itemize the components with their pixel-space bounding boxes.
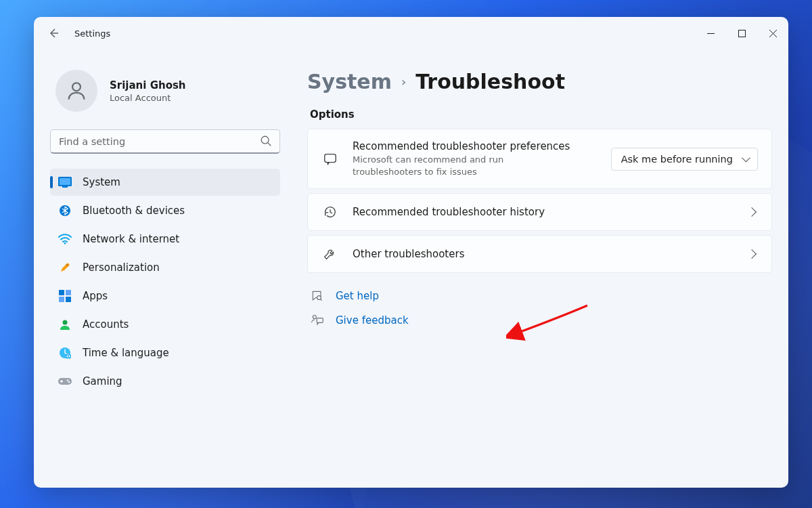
nav-label: System (83, 176, 120, 188)
svg-rect-21 (317, 318, 323, 323)
preference-dropdown[interactable]: Ask me before running (611, 148, 758, 171)
chat-icon (321, 152, 339, 167)
chevron-right-icon (747, 249, 757, 259)
nav-list: System Bluetooth & devices Network & int… (50, 169, 280, 395)
apps-icon (58, 289, 72, 303)
bluetooth-icon (58, 204, 72, 217)
maximize-icon (738, 30, 746, 37)
svg-rect-0 (738, 30, 745, 37)
minimize-button[interactable] (695, 19, 726, 47)
chevron-right-icon (747, 207, 757, 217)
nav-item-bluetooth[interactable]: Bluetooth & devices (50, 197, 280, 224)
card-other-troubleshooters[interactable]: Other troubleshooters (307, 235, 772, 273)
nav-label: Network & internet (83, 233, 179, 245)
nav-label: Bluetooth & devices (83, 205, 185, 217)
give-feedback-link[interactable]: Give feedback (310, 314, 772, 327)
wrench-icon (321, 247, 339, 261)
nav-item-personalization[interactable]: Personalization (50, 254, 280, 281)
nav-item-accounts[interactable]: Accounts (50, 311, 280, 338)
svg-rect-5 (62, 186, 68, 188)
minimize-icon (707, 30, 715, 37)
svg-rect-4 (60, 178, 70, 185)
person-icon (65, 79, 88, 102)
nav-item-apps[interactable]: Apps (50, 282, 280, 310)
nav-label: Accounts (83, 318, 129, 331)
search-input[interactable] (50, 129, 280, 154)
settings-window: Settings Srijani Ghosh Local Account (34, 17, 788, 488)
nav-item-gaming[interactable]: Gaming (50, 368, 280, 395)
titlebar: Settings (34, 17, 788, 49)
card-subtitle: Microsoft can recommend and run troubles… (353, 154, 528, 177)
search-icon (260, 135, 272, 147)
breadcrumb-current: Troubleshoot (415, 70, 565, 93)
account-type: Local Account (110, 93, 186, 103)
nav-label: Gaming (83, 375, 122, 387)
app-title: Settings (74, 28, 110, 39)
svg-rect-11 (66, 297, 71, 302)
back-button[interactable] (46, 26, 61, 41)
help-icon (310, 289, 325, 303)
nav-label: Personalization (83, 261, 160, 274)
nav-item-system[interactable]: System (50, 169, 280, 196)
svg-rect-8 (59, 290, 64, 295)
system-icon (58, 175, 72, 189)
history-icon (321, 205, 339, 219)
card-title: Recommended troubleshooter preferences (353, 140, 597, 152)
wifi-icon (58, 232, 72, 246)
gamepad-icon (58, 375, 72, 388)
paintbrush-icon (58, 261, 72, 274)
card-title: Other troubleshooters (353, 248, 735, 260)
chevron-right-icon: › (401, 75, 406, 89)
svg-point-19 (317, 296, 321, 300)
feedback-icon (310, 314, 325, 327)
svg-point-20 (313, 316, 316, 319)
card-troubleshooter-preferences[interactable]: Recommended troubleshooter preferences M… (307, 129, 772, 189)
card-troubleshooter-history[interactable]: Recommended troubleshooter history (307, 193, 772, 231)
link-label: Give feedback (336, 314, 409, 326)
arrow-left-icon (48, 28, 59, 39)
svg-point-2 (261, 136, 269, 144)
main-content: System › Troubleshoot Options Recommende… (307, 49, 772, 474)
svg-point-16 (67, 379, 68, 381)
dropdown-value: Ask me before running (621, 154, 733, 165)
account-name: Srijani Ghosh (110, 79, 186, 91)
svg-rect-18 (325, 154, 336, 162)
svg-point-7 (64, 242, 66, 245)
nav-item-network[interactable]: Network & internet (50, 226, 280, 253)
svg-rect-10 (59, 297, 64, 302)
section-label: Options (310, 108, 772, 121)
nav-label: Time & language (83, 347, 169, 359)
close-button[interactable] (757, 19, 788, 47)
breadcrumb: System › Troubleshoot (307, 70, 772, 93)
svg-point-1 (72, 83, 81, 91)
svg-point-17 (68, 381, 70, 383)
svg-rect-9 (66, 290, 71, 295)
accounts-icon (58, 318, 72, 331)
window-controls (695, 19, 788, 47)
maximize-button[interactable] (726, 19, 757, 47)
clock-globe-icon (58, 346, 72, 360)
nav-item-time-language[interactable]: Time & language (50, 339, 280, 366)
close-icon (769, 30, 777, 37)
account-block[interactable]: Srijani Ghosh Local Account (50, 49, 280, 129)
breadcrumb-parent[interactable]: System (307, 70, 392, 93)
link-label: Get help (336, 290, 379, 302)
sidebar: Srijani Ghosh Local Account System Bluet… (50, 49, 280, 474)
card-title: Recommended troubleshooter history (353, 206, 735, 218)
get-help-link[interactable]: Get help (310, 289, 772, 303)
avatar (55, 70, 97, 112)
svg-point-12 (63, 320, 68, 325)
nav-label: Apps (83, 290, 108, 302)
